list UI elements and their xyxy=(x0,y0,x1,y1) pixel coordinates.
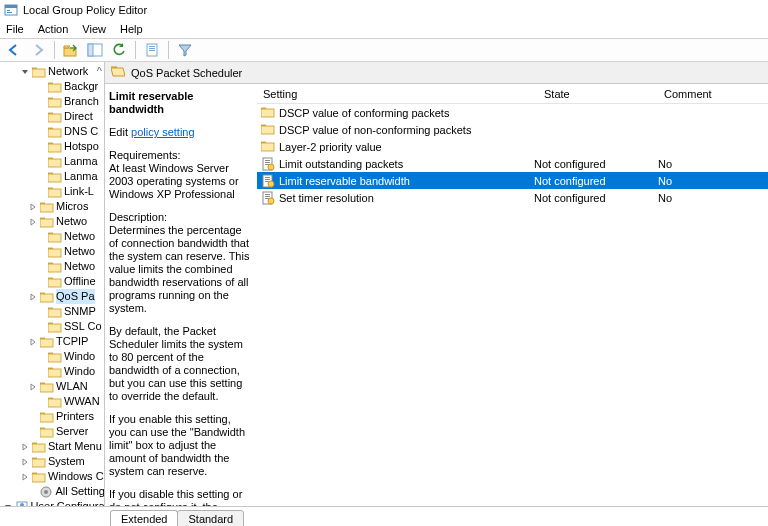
tree-item[interactable]: Branch xyxy=(2,94,104,109)
settings-rows[interactable]: DSCP value of conforming packetsDSCP val… xyxy=(257,104,768,206)
setting-row[interactable]: Layer-2 priority value xyxy=(257,138,768,155)
tree-item[interactable]: Direct xyxy=(2,109,104,124)
tree-item[interactable]: Printers xyxy=(2,409,104,424)
toolbar-divider xyxy=(54,41,55,59)
svg-rect-3 xyxy=(7,12,12,13)
tree-item-label: Backgr xyxy=(64,79,98,94)
tree-item-label: Windows C xyxy=(48,469,104,484)
tree-item[interactable]: Netwo xyxy=(2,259,104,274)
folder-icon xyxy=(48,141,62,153)
expand-toggle-icon[interactable] xyxy=(28,203,38,211)
setting-row[interactable]: Set timer resolutionNot configuredNo xyxy=(257,189,768,206)
col-comment[interactable]: Comment xyxy=(658,88,768,100)
menu-view[interactable]: View xyxy=(82,23,106,35)
folder-icon xyxy=(261,140,275,154)
folder-icon xyxy=(40,216,54,228)
tab-extended[interactable]: Extended xyxy=(110,510,178,526)
col-state[interactable]: State xyxy=(538,88,658,100)
tree-item-label: Netwo xyxy=(64,259,95,274)
tree-item-label: QoS Pa xyxy=(56,289,95,304)
tree-item[interactable]: User Configuratio xyxy=(2,499,104,506)
properties-button[interactable] xyxy=(142,40,162,60)
tree-item[interactable]: Server xyxy=(2,424,104,439)
expand-toggle-icon[interactable] xyxy=(28,293,38,301)
tree-item[interactable]: Netwo xyxy=(2,229,104,244)
svg-rect-9 xyxy=(149,48,155,49)
tree-item[interactable]: QoS Pa xyxy=(2,289,104,304)
col-setting[interactable]: Setting xyxy=(257,88,538,100)
setting-row[interactable]: DSCP value of conforming packets xyxy=(257,104,768,121)
setting-comment: No xyxy=(658,158,768,170)
expand-toggle-icon[interactable] xyxy=(28,383,38,391)
tree-item[interactable]: SSL Co xyxy=(2,319,104,334)
tree-item[interactable]: SNMP xyxy=(2,304,104,319)
tree-item[interactable]: WLAN xyxy=(2,379,104,394)
menu-file[interactable]: File xyxy=(6,23,24,35)
tree-item-label: TCPIP xyxy=(56,334,88,349)
edit-policy-link[interactable]: policy setting xyxy=(131,126,195,138)
tree-item[interactable]: Lanma xyxy=(2,154,104,169)
tree-item[interactable]: Lanma xyxy=(2,169,104,184)
menu-action[interactable]: Action xyxy=(38,23,69,35)
refresh-button[interactable] xyxy=(109,40,129,60)
tree-item[interactable]: Hotspo xyxy=(2,139,104,154)
expand-toggle-icon[interactable] xyxy=(20,473,30,481)
tab-standard[interactable]: Standard xyxy=(177,510,244,526)
folder-icon xyxy=(48,366,62,378)
svg-rect-15 xyxy=(48,129,61,137)
tree-item-label: DNS C xyxy=(64,124,98,139)
tree-item[interactable]: Start Menu xyxy=(2,439,104,454)
tree-item-label: WWAN xyxy=(64,394,100,409)
folder-icon xyxy=(48,276,62,288)
requirements-body: At least Windows Server 2003 operating s… xyxy=(109,162,251,201)
folder-icon xyxy=(48,321,62,333)
tree-item[interactable]: WWAN xyxy=(2,394,104,409)
tree-item[interactable]: DNS C xyxy=(2,124,104,139)
expand-toggle-icon[interactable] xyxy=(28,338,38,346)
tree-item-label: Link-L xyxy=(64,184,94,199)
expand-toggle-icon[interactable] xyxy=(20,443,30,451)
setting-row[interactable]: Limit outstanding packetsNot configuredN… xyxy=(257,155,768,172)
tree-item[interactable]: Micros xyxy=(2,199,104,214)
setting-row[interactable]: DSCP value of non-conforming packets xyxy=(257,121,768,138)
tree-item[interactable]: Offline xyxy=(2,274,104,289)
setting-name: Set timer resolution xyxy=(279,192,530,204)
tree-item[interactable]: TCPIP xyxy=(2,334,104,349)
tree-item-label: Server xyxy=(56,424,88,439)
expand-toggle-icon[interactable] xyxy=(28,218,38,226)
settings-column-header[interactable]: Setting State Comment xyxy=(257,84,768,104)
tree-item[interactable]: Netwo xyxy=(2,244,104,259)
app-icon xyxy=(4,3,18,17)
menu-help[interactable]: Help xyxy=(120,23,143,35)
tree-item[interactable]: Netwo xyxy=(2,214,104,229)
svg-rect-32 xyxy=(40,384,53,392)
show-hide-tree-button[interactable] xyxy=(85,40,105,60)
tree-pane[interactable]: Network^BackgrBranchDirectDNS CHotspoLan… xyxy=(0,62,105,506)
svg-rect-51 xyxy=(265,162,270,163)
folder-icon xyxy=(48,246,62,258)
forward-button[interactable] xyxy=(28,40,48,60)
tree-item[interactable]: Windo xyxy=(2,349,104,364)
svg-rect-25 xyxy=(48,279,61,287)
folder-icon xyxy=(40,201,54,213)
tree-item[interactable]: Link-L xyxy=(2,184,104,199)
tree-item[interactable]: System xyxy=(2,454,104,469)
filter-button[interactable] xyxy=(175,40,195,60)
tree-item[interactable]: Network^ xyxy=(2,64,104,79)
tree-item[interactable]: All Setting xyxy=(2,484,104,499)
folder-icon xyxy=(48,231,62,243)
tree-item[interactable]: Windows C xyxy=(2,469,104,484)
up-folder-button[interactable] xyxy=(61,40,81,60)
setting-name: Limit outstanding packets xyxy=(279,158,530,170)
back-button[interactable] xyxy=(4,40,24,60)
tree-item[interactable]: Backgr xyxy=(2,79,104,94)
folder-icon xyxy=(48,171,62,183)
expand-toggle-icon[interactable] xyxy=(20,458,30,466)
tree-item[interactable]: Windo xyxy=(2,364,104,379)
tree-item-label: Direct xyxy=(64,109,93,124)
svg-point-58 xyxy=(268,181,274,187)
setting-row[interactable]: Limit reservable bandwidthNot configured… xyxy=(257,172,768,189)
setting-heading: Limit reservable bandwidth xyxy=(109,90,251,116)
expand-toggle-icon[interactable] xyxy=(20,68,30,76)
expand-toggle-icon[interactable] xyxy=(4,503,13,507)
